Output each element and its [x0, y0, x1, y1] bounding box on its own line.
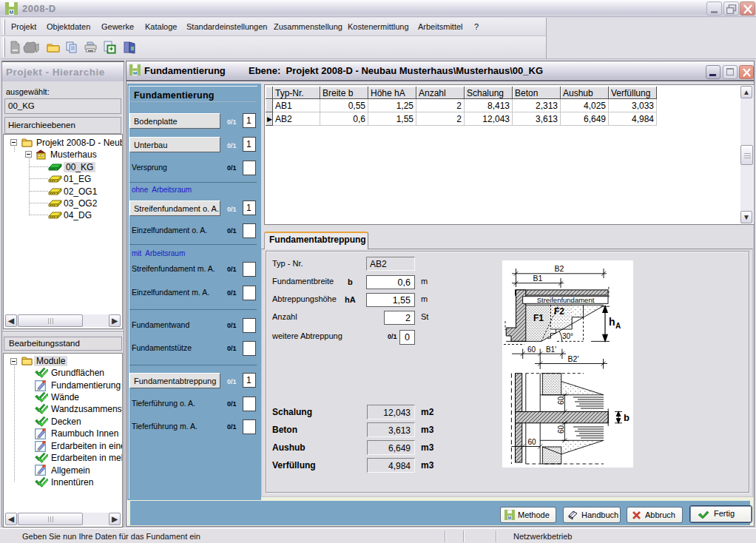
svg-text:M: M [10, 10, 14, 15]
svg-text:M: M [133, 70, 137, 75]
svg-text:M: M [508, 516, 512, 520]
svg-text:Streifenfundament: Streifenfundament [537, 296, 595, 304]
svg-text:h: h [609, 316, 615, 328]
svg-text:B1: B1 [533, 274, 543, 283]
svg-text:60: 60 [557, 397, 565, 405]
svg-text:b: b [624, 412, 630, 423]
svg-text:60: 60 [527, 438, 536, 446]
svg-text:60: 60 [527, 345, 536, 354]
svg-text:B2: B2 [555, 264, 564, 273]
svg-text:F2: F2 [554, 306, 564, 317]
svg-text:A: A [615, 322, 621, 330]
svg-text:F1: F1 [533, 313, 544, 323]
svg-text:B1': B1' [546, 345, 556, 354]
svg-text:60: 60 [557, 425, 565, 434]
svg-text:30°: 30° [562, 332, 573, 340]
svg-text:B2': B2' [568, 354, 579, 363]
